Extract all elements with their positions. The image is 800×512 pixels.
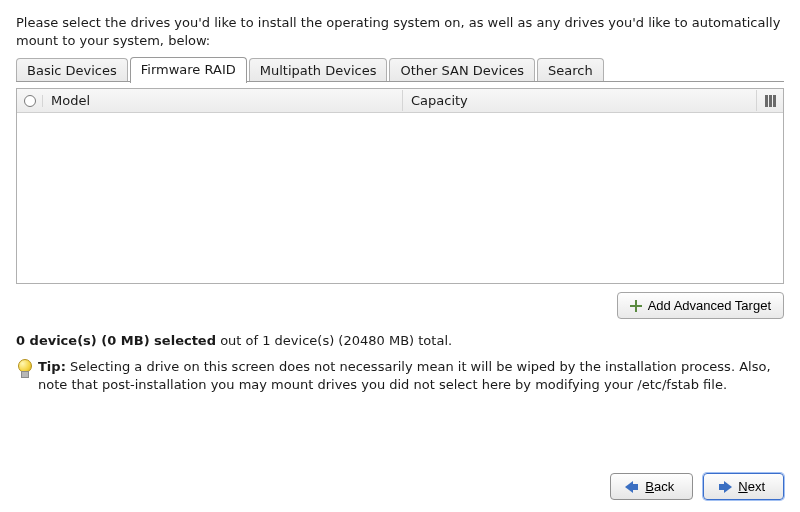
arrow-left-icon — [625, 481, 639, 493]
back-label: Back — [645, 479, 674, 494]
table-body-empty — [17, 113, 783, 283]
selection-status-rest: out of 1 device(s) (20480 MB) total. — [216, 333, 452, 348]
column-chooser-button[interactable] — [757, 94, 783, 108]
select-all-radio[interactable] — [17, 95, 43, 107]
back-button[interactable]: Back — [610, 473, 693, 500]
arrow-right-icon — [718, 481, 732, 493]
next-button[interactable]: Next — [703, 473, 784, 500]
tab-basic-devices[interactable]: Basic Devices — [16, 58, 128, 82]
tab-firmware-raid[interactable]: Firmware RAID — [130, 57, 247, 83]
add-advanced-target-button[interactable]: Add Advanced Target — [617, 292, 784, 319]
plus-icon — [630, 300, 642, 312]
footer-nav: Back Next — [610, 473, 784, 500]
selection-status-bold: 0 device(s) (0 MB) selected — [16, 333, 216, 348]
device-table: Model Capacity — [16, 88, 784, 284]
lightbulb-icon — [16, 359, 32, 379]
next-label: Next — [738, 479, 765, 494]
column-header-model[interactable]: Model — [43, 90, 403, 111]
tab-search[interactable]: Search — [537, 58, 604, 82]
add-advanced-target-label: Add Advanced Target — [648, 298, 771, 313]
columns-icon — [763, 94, 777, 108]
device-tabs: Basic Devices Firmware RAID Multipath De… — [16, 57, 784, 82]
table-header-row: Model Capacity — [17, 89, 783, 113]
tab-other-san-devices[interactable]: Other SAN Devices — [389, 58, 535, 82]
tip-text: Selecting a drive on this screen does no… — [38, 359, 771, 392]
selection-status: 0 device(s) (0 MB) selected out of 1 dev… — [16, 333, 784, 348]
tab-multipath-devices[interactable]: Multipath Devices — [249, 58, 388, 82]
intro-text: Please select the drives you'd like to i… — [16, 14, 784, 49]
tip-box: Tip: Selecting a drive on this screen do… — [16, 358, 784, 393]
column-header-capacity[interactable]: Capacity — [403, 90, 757, 111]
radio-icon — [24, 95, 36, 107]
tip-label: Tip: — [38, 359, 66, 374]
